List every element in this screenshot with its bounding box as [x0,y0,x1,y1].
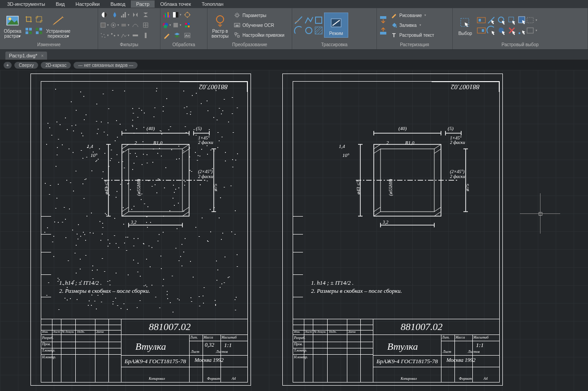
svg-point-68 [519,32,520,34]
filter1-icon[interactable] [100,21,109,30]
pen-icon[interactable] [162,31,171,40]
fx1-icon[interactable] [131,21,140,30]
trace-line-icon[interactable] [294,16,303,25]
filter2-icon[interactable] [110,21,119,30]
svg-rect-62 [479,19,481,22]
selmode2-icon[interactable] [527,26,536,35]
crop-icon[interactable] [24,15,33,24]
filter3-icon[interactable] [121,21,130,30]
svg-rect-14 [125,12,126,17]
params-menuitem[interactable]: Параметры [232,11,268,19]
trace-polyline-icon[interactable] [304,16,313,25]
side-column [293,216,303,319]
noise3-icon[interactable] [121,31,130,40]
color1-icon[interactable] [162,21,171,30]
text2-icon: T [390,31,398,39]
fx3-icon[interactable] [131,31,140,40]
group-trace-label: Трассировка [294,41,375,49]
draw-menuitem[interactable]: Рисование [389,11,428,19]
deskew-icon [52,14,65,27]
partno-upside: 881007.02 [180,82,247,92]
contrast-icon[interactable] [100,10,109,19]
merge-down-icon[interactable] [379,16,388,25]
menu-topoplan[interactable]: Топоплан [196,0,229,8]
part-drawing: (40) (5) 1×45° 2 фаски R1,0 2 1,4 10° ø4… [77,117,229,279]
select-label: Выбор [458,31,472,36]
enhance-icon[interactable] [183,10,192,19]
menu-pointclouds[interactable]: Облака точек [155,0,196,8]
indexed-icon[interactable] [183,21,192,30]
fx2-icon[interactable] [141,21,150,30]
file-tab-name: Растр1.dwg* [9,53,37,58]
noise1-icon[interactable] [100,31,109,40]
levels-icon[interactable] [121,10,130,19]
menu-view[interactable]: Вид [51,0,70,8]
selmode-icon[interactable] [527,16,536,25]
menu-settings[interactable]: Настройки [70,0,105,8]
svg-rect-25 [114,35,115,36]
svg-rect-70 [527,28,533,33]
trace-circle-icon[interactable] [304,26,313,35]
select-button[interactable]: Выбор [454,13,476,37]
pick-arc-icon[interactable] [487,26,496,35]
svg-rect-32 [169,15,170,17]
raster-to-vector-button[interactable]: Растр в векторы [209,11,231,39]
flip-v-icon[interactable] [141,10,150,19]
svg-rect-69 [527,17,533,23]
merge-up-icon[interactable] [379,26,388,35]
svg-rect-31 [168,12,169,17]
trace-mode-button[interactable]: Режим [324,13,348,38]
svg-rect-8 [39,31,42,34]
ocr-menuitem[interactable]: авОбучение OCR [232,21,276,29]
chip-top[interactable]: Сверху [14,62,38,69]
drawing-canvas[interactable]: 881007.02 [0,70,588,391]
deskew-button[interactable]: Устранение перекоса▾ [44,11,72,39]
menu-raster[interactable]: Растр [131,0,155,8]
svg-point-20 [101,33,102,34]
tile2-icon[interactable] [35,26,43,35]
trace-arc-icon[interactable] [294,26,303,35]
pick-blob-icon[interactable] [497,26,506,35]
histogram-icon[interactable] [162,10,171,19]
fx4-icon[interactable] [141,31,150,40]
noise2-icon[interactable] [110,31,119,40]
snap-menuitem[interactable]: Настройки привязки [232,31,286,39]
pick-rect-icon[interactable] [507,16,516,25]
crop-raster-button[interactable]: Обрезка растра▾ [2,11,23,39]
svg-point-58 [396,26,397,28]
pick-rect2-icon[interactable] [518,16,527,25]
svg-rect-27 [145,33,147,38]
drawing-notes: 1. h14 ; ± IT14/2 . 2. Размеры в скобках… [311,279,402,295]
trace-hatch-icon[interactable] [314,26,323,35]
svg-text:ав: ав [235,24,239,27]
chip-wireframe[interactable]: 2D-каркас [41,62,71,69]
pick-line-icon[interactable] [487,16,496,25]
selw1-icon[interactable] [477,16,486,25]
chip-noviews[interactable]: --- нет связанных видов --- [74,62,138,69]
sheet-vector: 881007.02 [282,74,503,386]
file-tab[interactable]: Растр1.dwg* × [5,52,47,60]
color2-icon[interactable] [173,21,182,30]
rtext-menuitem[interactable]: TРастровый текст [389,31,436,39]
image-icon [6,14,19,27]
close-icon[interactable]: × [41,53,43,58]
pick-x-icon[interactable] [507,26,516,35]
text-icon[interactable]: Ab [183,31,192,40]
layers-icon[interactable] [173,31,182,40]
flip-h-icon[interactable] [131,10,140,19]
binarize-icon[interactable] [173,10,182,19]
crop2-icon[interactable] [35,15,43,24]
tile-icon[interactable] [24,26,33,35]
chip-plus[interactable]: + [4,62,12,69]
pick-circle-icon[interactable] [497,16,506,25]
fill-menuitem[interactable]: Заливка [389,21,423,29]
drop-icon[interactable] [110,10,119,19]
menu-3d[interactable]: 3D-инструменты [2,0,51,8]
title-block: 881007.02 Втулка БрАЖ9-4 ГОСТ18175-78 Мо… [41,319,247,382]
svg-rect-33 [173,12,176,17]
trace-rect-icon[interactable] [314,16,323,25]
menu-output[interactable]: Вывод [105,0,130,8]
selw2-icon[interactable] [477,26,486,35]
svg-rect-63 [477,28,485,33]
pick-more-icon[interactable] [518,26,527,35]
